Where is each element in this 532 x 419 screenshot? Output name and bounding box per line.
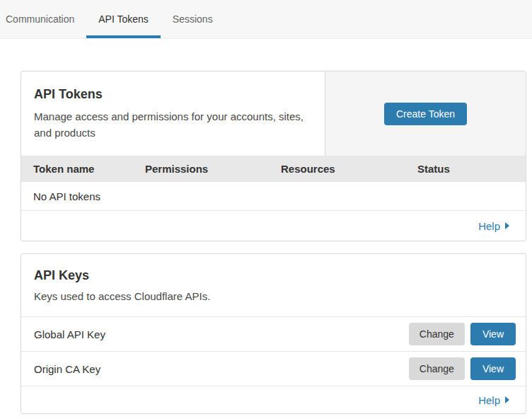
profile-tab-bar: Communication API Tokens Sessions — [0, 0, 532, 39]
api-keys-card-footer: Help — [21, 386, 526, 413]
api-keys-title: API Keys — [34, 268, 513, 283]
profile-content: API Tokens Manage access and permissions… — [0, 39, 532, 414]
api-keys-description: Keys used to access Cloudflare APIs. — [34, 290, 513, 302]
tab-communication-label: Communication — [6, 13, 74, 25]
api-tokens-help-link[interactable]: Help — [478, 220, 509, 232]
change-global-api-key-button[interactable]: Change — [409, 323, 465, 345]
help-arrow-icon — [505, 396, 509, 403]
api-tokens-description: Manage access and permissions for your a… — [34, 108, 312, 142]
view-global-api-key-button[interactable]: View — [470, 323, 516, 345]
origin-ca-key-row: Origin CA Key Change View — [21, 351, 526, 386]
global-api-key-row: Global API Key Change View — [21, 316, 526, 351]
help-arrow-icon — [505, 222, 509, 229]
api-keys-card-header: API Keys Keys used to access Cloudflare … — [21, 254, 526, 316]
api-tokens-help-label: Help — [478, 220, 500, 232]
api-keys-help-label: Help — [478, 394, 500, 406]
api-tokens-header-text: API Tokens Manage access and permissions… — [21, 71, 325, 156]
tokens-empty-message: No API tokens — [33, 190, 100, 202]
api-tokens-action-panel: Create Token — [325, 71, 526, 156]
tab-sessions-label: Sessions — [173, 13, 213, 25]
tokens-empty-row: No API tokens — [21, 182, 526, 210]
api-keys-help-link[interactable]: Help — [478, 394, 509, 406]
column-header-resources: Resources — [281, 163, 417, 175]
column-header-token-name: Token name — [33, 163, 145, 175]
column-header-status: Status — [417, 163, 526, 175]
origin-ca-key-actions: Change View — [409, 357, 516, 380]
origin-ca-key-label: Origin CA Key — [34, 363, 100, 375]
global-api-key-label: Global API Key — [34, 328, 105, 340]
global-api-key-actions: Change View — [409, 323, 516, 345]
view-origin-ca-key-button[interactable]: View — [470, 357, 516, 380]
api-tokens-card-footer: Help — [21, 210, 526, 241]
account-profile-page: Communication API Tokens Sessions API To… — [0, 0, 532, 414]
column-header-permissions: Permissions — [145, 163, 281, 175]
tab-sessions[interactable]: Sessions — [161, 0, 225, 38]
tab-api-tokens[interactable]: API Tokens — [86, 0, 161, 38]
tokens-table-header: Token name Permissions Resources Status — [21, 156, 526, 182]
create-token-button[interactable]: Create Token — [384, 103, 467, 125]
api-tokens-card-header: API Tokens Manage access and permissions… — [21, 71, 526, 156]
tab-api-tokens-label: API Tokens — [98, 13, 149, 25]
api-tokens-title: API Tokens — [34, 87, 312, 102]
api-keys-card: API Keys Keys used to access Cloudflare … — [21, 253, 526, 414]
tab-communication[interactable]: Communication — [0, 0, 86, 38]
change-origin-ca-key-button[interactable]: Change — [409, 357, 465, 380]
api-tokens-card: API Tokens Manage access and permissions… — [21, 71, 526, 241]
